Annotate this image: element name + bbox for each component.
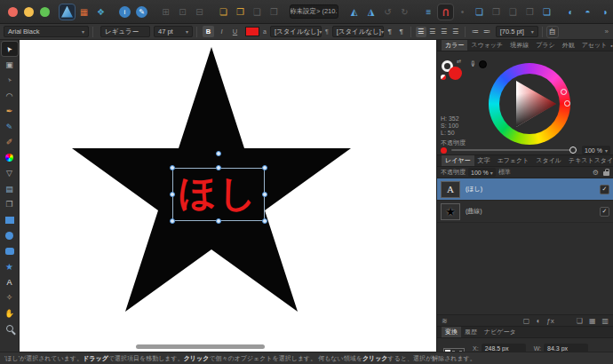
pencil-tool[interactable]: ✎	[2, 120, 18, 134]
hsl-triangle[interactable]	[499, 74, 560, 134]
opacity-slider-knob[interactable]	[569, 146, 577, 154]
character-style-select[interactable]: [スタイルなし] ▾	[270, 26, 322, 37]
move-to-front-button[interactable]: ❏	[216, 4, 231, 20]
blend-options-icon[interactable]: ⚙	[593, 169, 599, 177]
layer-thumbnail[interactable]: A	[441, 181, 460, 198]
boolean-divide-button[interactable]: ❒	[522, 4, 537, 20]
rotate-cw-button[interactable]: ↻	[397, 4, 412, 20]
artistic-text-tool[interactable]: A	[2, 275, 18, 289]
minimize-window-button[interactable]	[24, 7, 34, 17]
export-persona-button[interactable]: ❖	[93, 4, 108, 20]
bullet-list-button[interactable]: ≔	[470, 27, 481, 37]
font-size-select[interactable]: 47 pt ▾	[154, 26, 193, 37]
tab-swatches[interactable]: スウォッチ	[467, 40, 506, 51]
move-tool[interactable]: ➤	[2, 42, 18, 56]
delete-layer-icon[interactable]: ▥	[601, 317, 609, 325]
rounded-rectangle-tool[interactable]	[2, 244, 18, 258]
alignment-button[interactable]: ≡	[421, 4, 436, 20]
eyedropper-icon[interactable]: ✑	[468, 60, 477, 67]
blend-mode-select[interactable]: 標準	[498, 168, 511, 177]
horizontal-scrollbar[interactable]	[136, 344, 265, 349]
align-center-button[interactable]: ☰	[427, 27, 438, 37]
tab-navigator[interactable]: ナビゲータ	[481, 327, 520, 338]
layer-visibility-checkbox[interactable]: ✓	[600, 185, 609, 194]
rectangle-tool[interactable]	[2, 213, 18, 227]
group-layers-icon[interactable]: ▦	[589, 317, 596, 325]
numbered-list-button[interactable]: ≕	[482, 27, 492, 37]
blend-ranges-icon[interactable]: ≋	[442, 317, 448, 325]
flip-horizontal-button[interactable]: ◭	[346, 4, 362, 20]
hue-selector[interactable]	[564, 100, 570, 107]
snapping-toggle-button[interactable]: U	[438, 4, 453, 20]
snapping-options-button[interactable]: •	[455, 4, 470, 20]
layer-effects-icon[interactable]: ƒx	[546, 317, 553, 325]
fill-tool[interactable]	[2, 151, 18, 165]
selection-handle-bottom-left[interactable]	[170, 218, 175, 224]
tab-layers[interactable]: レイヤー	[442, 155, 474, 167]
selection-handle-middle-left[interactable]	[170, 192, 175, 197]
artboard-tool[interactable]: ▣	[2, 58, 18, 72]
layer-row-text[interactable]: A (ほし) ✓	[437, 178, 613, 201]
pixel-persona-button[interactable]: ▦	[76, 4, 92, 20]
zoom-tool[interactable]	[2, 321, 18, 336]
tab-text-styles[interactable]: テキストスタイル	[565, 155, 613, 167]
transform-mode-button-1[interactable]: ⊞	[158, 4, 173, 20]
selection-handle-top-right[interactable]	[262, 165, 267, 170]
selection-handle-top-center[interactable]	[216, 165, 221, 170]
panel-menu-icon[interactable]: ▪	[610, 43, 612, 49]
ellipse-tool[interactable]	[2, 228, 18, 242]
layer-label[interactable]: (ほし)	[466, 185, 482, 194]
opacity-value-box[interactable]: 100 %▾	[582, 146, 610, 154]
selection-handle-middle-right[interactable]	[262, 192, 267, 197]
designer-persona-button[interactable]	[60, 4, 75, 20]
show-marks-button[interactable]: ¶	[385, 27, 395, 37]
transparency-tool[interactable]: ▽	[2, 166, 18, 180]
star-tool[interactable]: ★	[2, 259, 18, 273]
tab-color[interactable]: カラー	[442, 40, 467, 51]
picked-color-well[interactable]	[479, 60, 487, 68]
new-layer-icon[interactable]: ❏	[577, 317, 583, 325]
move-forward-button[interactable]: ❑	[250, 4, 265, 20]
place-image-tool[interactable]: ▤	[2, 182, 18, 196]
insert-on-top-button[interactable]: ◓	[580, 4, 595, 20]
color-wheel[interactable]	[489, 63, 570, 145]
boolean-intersect-button[interactable]: ❑	[506, 4, 521, 20]
corner-tool[interactable]: ◠	[2, 89, 18, 103]
transform-mode-button-2[interactable]: ⊡	[175, 4, 190, 20]
triangle-selector[interactable]	[561, 89, 567, 95]
layers-opacity-select[interactable]: 100 %▾	[468, 168, 496, 177]
tab-stroke[interactable]: 境界線	[506, 40, 532, 51]
selection-handle-bottom-right[interactable]	[262, 218, 267, 224]
vector-brush-tool[interactable]: ✐	[2, 135, 18, 149]
document-canvas[interactable]: ほし	[20, 40, 436, 352]
tab-assets[interactable]: アセット	[578, 40, 611, 51]
lock-icon[interactable]	[603, 171, 609, 176]
move-backward-button[interactable]: ❒	[267, 4, 282, 20]
underline-button[interactable]: U	[229, 26, 241, 37]
document-title[interactable]: <名称未設定> (210.7%)	[290, 4, 338, 19]
align-right-button[interactable]: ☰	[439, 27, 450, 37]
view-tool[interactable]: ✋	[2, 306, 18, 320]
layer-thumbnail[interactable]: ★	[441, 203, 460, 220]
boolean-subtract-button[interactable]: ❐	[489, 4, 504, 20]
layer-visibility-checkbox[interactable]: ✓	[600, 207, 609, 217]
text-color-swatch[interactable]	[245, 27, 259, 36]
flip-vertical-button[interactable]: ◮	[363, 4, 378, 20]
secondary-swatch[interactable]	[441, 75, 446, 80]
pen-tool[interactable]: ✒	[2, 104, 18, 118]
boolean-combine-button[interactable]: ❏	[539, 4, 554, 20]
adjustment-layer-icon[interactable]: ◐	[536, 317, 540, 325]
tab-brushes[interactable]: ブラシ	[532, 40, 559, 51]
vector-crop-tool[interactable]: ❐	[2, 197, 18, 211]
bold-button[interactable]: B	[203, 26, 214, 37]
tab-effects[interactable]: エフェクト	[494, 155, 533, 167]
toolbar-overflow-button[interactable]: »	[605, 28, 609, 36]
close-window-button[interactable]	[8, 7, 18, 17]
fill-swatch[interactable]	[449, 67, 462, 80]
tab-history[interactable]: 履歴	[461, 327, 481, 338]
tab-transform[interactable]: 変換	[442, 327, 461, 338]
move-to-back-button[interactable]: ❐	[233, 4, 248, 20]
italic-button[interactable]: I	[216, 26, 227, 37]
selection-handle-bottom-center[interactable]	[216, 218, 221, 224]
mask-layer-icon[interactable]: ▢	[523, 317, 530, 325]
